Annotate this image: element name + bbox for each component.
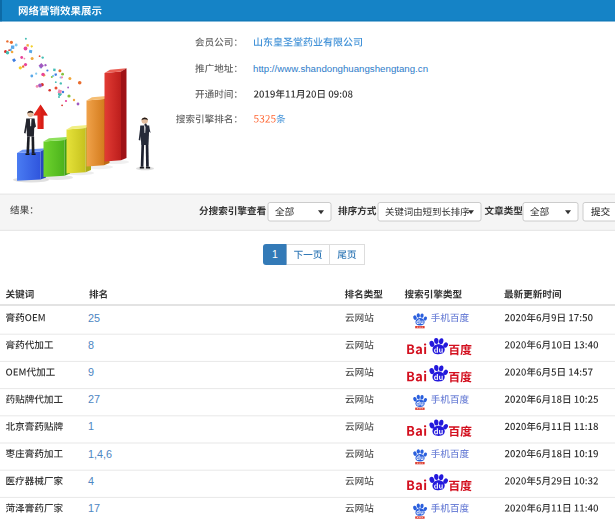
svg-text:25: 25 [88,312,100,324]
svg-text:27: 27 [88,393,100,405]
svg-text:1: 1 [88,420,94,432]
svg-text:9: 9 [88,366,94,378]
svg-text:8: 8 [88,339,94,351]
svg-text:http://www.shandonghuangshengt: http://www.shandonghuangshengtang.cn [253,63,428,74]
svg-text:17: 17 [88,502,100,514]
svg-text:4: 4 [88,475,94,487]
svg-text:1: 1 [272,248,278,260]
svg-text:1,4,6: 1,4,6 [88,448,112,460]
